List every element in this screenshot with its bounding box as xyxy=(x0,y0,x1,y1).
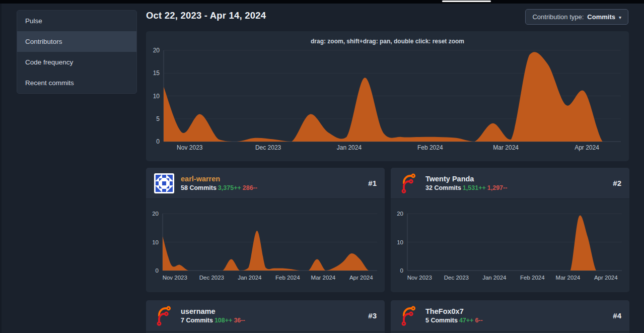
svg-text:Mar 2024: Mar 2024 xyxy=(556,275,581,281)
svg-text:Mar 2024: Mar 2024 xyxy=(311,275,336,281)
svg-text:Feb 2024: Feb 2024 xyxy=(417,144,443,151)
svg-text:Mar 2024: Mar 2024 xyxy=(493,144,519,151)
svg-text:Jan 2024: Jan 2024 xyxy=(482,275,507,281)
svg-text:20: 20 xyxy=(153,47,160,54)
commit-count: 32 Commits xyxy=(425,184,461,191)
svg-text:Apr 2024: Apr 2024 xyxy=(594,275,618,281)
svg-text:15: 15 xyxy=(153,70,160,77)
rank-badge: #1 xyxy=(368,179,377,187)
svg-text:5: 5 xyxy=(156,115,160,122)
rank-badge: #3 xyxy=(368,311,377,320)
svg-text:0: 0 xyxy=(400,268,403,274)
svg-text:10: 10 xyxy=(153,93,160,100)
contributors-page: { "sidebar": { "items": [ {"label": "Pul… xyxy=(0,0,644,333)
window-left-edge xyxy=(0,4,2,333)
browser-top-edge xyxy=(0,0,644,4)
svg-text:Apr 2024: Apr 2024 xyxy=(349,275,373,281)
contributor-name-link[interactable]: earl-warren xyxy=(181,175,257,183)
contributor-name: TheFox0x7 xyxy=(425,307,483,316)
active-tab-indicator xyxy=(442,1,491,2)
contributor-card-header: earl-warren 58 Commits3,375++286-- #1 xyxy=(146,168,385,199)
contributor-card-2: Twenty Panda 32 Commits1,531++1,297-- #2… xyxy=(391,168,629,292)
svg-text:Apr 2024: Apr 2024 xyxy=(575,144,599,151)
activity-sidebar-menu: Pulse Contributors Code frequency Recent… xyxy=(17,10,137,94)
forgejo-logo-avatar[interactable] xyxy=(154,306,174,326)
rank-badge: #2 xyxy=(613,179,621,187)
overall-contributions-chart[interactable]: 05101520Nov 2023Dec 2023Jan 2024Feb 2024… xyxy=(146,31,629,161)
forgejo-logo-avatar[interactable] xyxy=(399,306,419,326)
deletions-count: 6-- xyxy=(475,317,482,324)
contributor-card-header: Twenty Panda 32 Commits1,531++1,297-- #2 xyxy=(391,168,629,199)
contributor-stats: 7 Commits108++36-- xyxy=(181,317,245,324)
commit-count: 7 Commits xyxy=(181,317,213,324)
contribution-type-value: Commits xyxy=(587,13,615,21)
svg-text:0: 0 xyxy=(156,138,160,145)
additions-count: 108++ xyxy=(214,317,232,324)
commit-count: 5 Commits xyxy=(425,317,458,324)
avatar-identicon[interactable] xyxy=(154,173,174,193)
commit-count: 58 Commits xyxy=(181,184,217,191)
svg-text:20: 20 xyxy=(152,211,159,217)
contributor-card-1: earl-warren 58 Commits3,375++286-- #1 01… xyxy=(146,168,385,292)
rank-badge: #4 xyxy=(613,311,621,320)
svg-text:10: 10 xyxy=(397,239,403,245)
additions-count: 1,531++ xyxy=(463,184,486,191)
overall-contributions-panel: drag: zoom, shift+drag: pan, double clic… xyxy=(146,31,629,161)
svg-text:20: 20 xyxy=(397,211,403,217)
sidebar-item-code-frequency[interactable]: Code frequency xyxy=(17,52,136,73)
svg-text:Dec 2023: Dec 2023 xyxy=(444,275,469,281)
deletions-count: 36-- xyxy=(234,317,245,324)
contribution-type-label: Contribution type: xyxy=(532,13,584,21)
contributor-card-header: username 7 Commits108++36-- #3 xyxy=(146,300,385,331)
contribution-type-dropdown[interactable]: Contribution type: Commits ▾ xyxy=(525,9,628,25)
svg-text:Nov 2023: Nov 2023 xyxy=(407,275,432,281)
contributor-name: Twenty Panda xyxy=(425,175,507,183)
svg-text:Jan 2024: Jan 2024 xyxy=(337,144,362,151)
sidebar-item-pulse[interactable]: Pulse xyxy=(17,11,136,31)
chevron-down-icon: ▾ xyxy=(619,15,621,20)
contributor-card-header: TheFox0x7 5 Commits47++6-- #4 xyxy=(391,300,629,331)
svg-text:Dec 2023: Dec 2023 xyxy=(255,144,281,151)
contributor-stats: 5 Commits47++6-- xyxy=(425,317,483,324)
contributor-card-4: TheFox0x7 5 Commits47++6-- #4 xyxy=(391,300,629,333)
contributor-stats: 58 Commits3,375++286-- xyxy=(181,184,257,191)
contributor-stats: 32 Commits1,531++1,297-- xyxy=(425,184,507,191)
svg-text:Dec 2023: Dec 2023 xyxy=(199,275,224,281)
svg-text:Nov 2023: Nov 2023 xyxy=(163,275,187,281)
svg-text:Jan 2024: Jan 2024 xyxy=(238,275,262,281)
contributor-name: username xyxy=(181,307,245,316)
svg-text:Feb 2024: Feb 2024 xyxy=(520,275,545,281)
svg-text:10: 10 xyxy=(152,239,159,245)
deletions-count: 1,297-- xyxy=(487,184,508,191)
sidebar-item-contributors[interactable]: Contributors xyxy=(17,31,136,52)
date-range-title: Oct 22, 2023 - Apr 14, 2024 xyxy=(146,10,266,21)
svg-text:Feb 2024: Feb 2024 xyxy=(275,275,300,281)
contributor-chart[interactable]: 01020Nov 2023Dec 2023Jan 2024Feb 2024Mar… xyxy=(146,199,385,292)
contributor-chart[interactable]: 01020Nov 2023Dec 2023Jan 2024Feb 2024Mar… xyxy=(391,199,629,292)
svg-text:Nov 2023: Nov 2023 xyxy=(177,144,203,151)
deletions-count: 286-- xyxy=(243,184,257,191)
contributor-card-3: username 7 Commits108++36-- #3 xyxy=(146,300,385,333)
forgejo-logo-avatar[interactable] xyxy=(399,173,419,193)
svg-text:0: 0 xyxy=(156,268,159,274)
sidebar-item-recent-commits[interactable]: Recent commits xyxy=(17,73,136,93)
additions-count: 47++ xyxy=(459,317,474,324)
additions-count: 3,375++ xyxy=(218,184,241,191)
